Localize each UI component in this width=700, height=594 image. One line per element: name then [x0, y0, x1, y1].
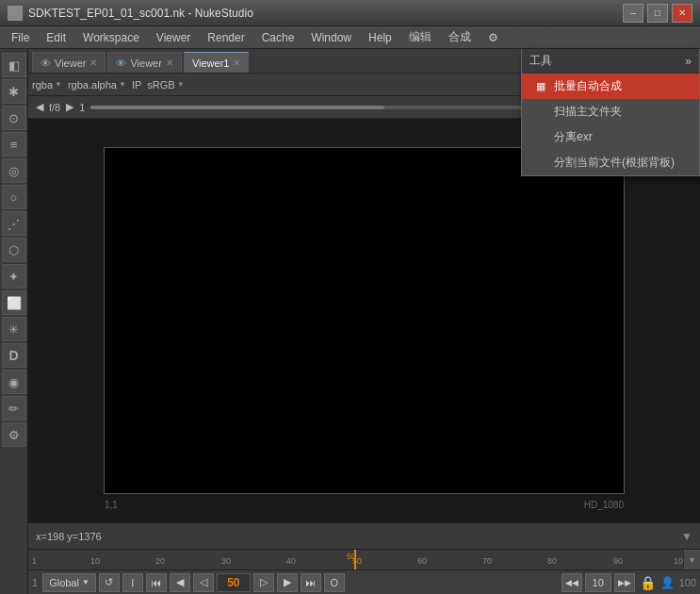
next-step-button[interactable]: ▶▶	[614, 573, 635, 592]
menu-item-settings[interactable]: ⚙	[480, 27, 506, 48]
scan-icon	[533, 105, 548, 120]
playback-controls: 1 Global ▼ ↺ I ⏮ ◀ ◁ 50 ▷ ▶ ⏭ O ◀◀ 10 ▶▶…	[28, 569, 700, 594]
menu-item-cache[interactable]: Cache	[254, 27, 302, 48]
tool-menu[interactable]: ≡	[2, 132, 26, 157]
menu-item-file[interactable]: File	[4, 27, 37, 48]
tool-transform[interactable]: ✦	[2, 264, 26, 289]
menu-item-edit[interactable]: Edit	[39, 27, 73, 48]
maximize-button[interactable]: □	[647, 4, 668, 23]
tool-globe[interactable]: ◎	[2, 158, 26, 183]
dropdown-header: 工具 »	[522, 49, 699, 74]
nav-slider[interactable]	[90, 106, 580, 109]
tool-clock[interactable]: ⊙	[2, 106, 26, 130]
tab-viewer2[interactable]: 👁 Viewer ✕	[107, 52, 181, 73]
tab-label: Viewer	[55, 58, 86, 69]
colorspace-label: sRGB	[147, 79, 174, 91]
tab-icon: 👁	[41, 58, 51, 69]
split-current-label: 分割当前文件(根据背板)	[554, 155, 675, 171]
ruler-mark-90: 90	[613, 556, 623, 566]
play-fwd-button[interactable]: ▷	[253, 573, 274, 592]
tab-viewer1[interactable]: 👁 Viewer ✕	[32, 52, 106, 73]
timeline-playhead[interactable]: 50	[354, 550, 356, 569]
status-dropdown[interactable]: ▼	[681, 530, 692, 543]
mode-selector[interactable]: Global ▼	[42, 573, 96, 592]
tab-close-btn3[interactable]: ✕	[233, 58, 240, 68]
timeline: 1 10 20 30 40 50 60 70 80 90 100 50 ▼	[28, 549, 700, 569]
tool-layers[interactable]: ⬡	[2, 238, 26, 262]
ruler-mark-80: 80	[547, 556, 557, 566]
current-frame-display[interactable]: 50	[217, 573, 251, 592]
menu-item-edit-cn[interactable]: 编辑	[401, 27, 439, 48]
menu-item-window[interactable]: Window	[303, 27, 359, 48]
ip-text: IP	[132, 79, 141, 91]
window-title: SDKTEST_EP01_01_sc001.nk - NukeStudio	[28, 7, 253, 20]
menu-item-viewer[interactable]: Viewer	[149, 27, 198, 48]
status-bar: x=198 y=1376 ▼	[28, 522, 700, 549]
tab-close-btn2[interactable]: ✕	[166, 58, 173, 68]
step-value-display[interactable]: 10	[585, 573, 611, 592]
tool-cube[interactable]: ⬜	[2, 290, 26, 315]
play-back-button[interactable]: ◁	[193, 573, 214, 592]
end-frame-label: 100	[679, 577, 696, 588]
tool-curve[interactable]: ⋰	[2, 211, 26, 236]
ruler-mark-30: 30	[221, 556, 231, 566]
ruler-mark-70: 70	[482, 556, 492, 566]
prev-step-button[interactable]: ◀◀	[562, 573, 582, 592]
menu-item-render[interactable]: Render	[200, 27, 252, 48]
minimize-button[interactable]: –	[623, 4, 643, 23]
nav-arrow-prev[interactable]: ◀	[36, 101, 43, 113]
tool-d[interactable]: D	[2, 343, 26, 368]
next-frame-button[interactable]: ▶	[277, 573, 298, 592]
ruler-mark-10: 10	[90, 556, 100, 566]
dropdown-header-arrow[interactable]: »	[685, 55, 692, 68]
dropdown-item-batch[interactable]: ▦ 批量自动合成	[522, 74, 699, 99]
i-mark-button[interactable]: I	[122, 573, 143, 592]
dropdown-item-scan[interactable]: 扫描主文件夹	[522, 99, 699, 124]
ruler-mark-1: 1	[32, 556, 37, 566]
zoom-value: 1	[79, 102, 85, 113]
ip-label: IP	[132, 79, 141, 91]
layer-selector[interactable]: rgba.alpha ▼	[68, 79, 126, 91]
nav-arrow-next[interactable]: ▶	[66, 101, 73, 113]
tool-oval[interactable]: ○	[2, 185, 26, 209]
menu-item-workspace[interactable]: Workspace	[75, 27, 147, 48]
scan-label: 扫描主文件夹	[554, 104, 622, 120]
goto-start-button[interactable]: ⏮	[146, 573, 167, 592]
user-icon[interactable]: 👤	[660, 576, 675, 589]
timeline-scrollbar[interactable]: ▼	[683, 550, 700, 569]
ruler-mark-20: 20	[155, 556, 165, 566]
tab-close-btn[interactable]: ✕	[90, 58, 97, 68]
menu-bar: File Edit Workspace Viewer Render Cache …	[0, 26, 700, 49]
dropdown-item-split-current[interactable]: 分割当前文件(根据背板)	[522, 150, 699, 175]
mode-label: Global	[49, 577, 79, 588]
ruler-mark-60: 60	[417, 556, 427, 566]
tool-star[interactable]: ✱	[2, 79, 26, 104]
tool-gear[interactable]: ⚙	[2, 422, 26, 447]
lock-icon[interactable]: 🔒	[640, 575, 656, 590]
goto-end-button[interactable]: ⏭	[301, 573, 321, 592]
ruler-mark-40: 40	[286, 556, 296, 566]
loop-button[interactable]: ↺	[99, 573, 120, 592]
tab-viewer1-main[interactable]: Viewer1 ✕	[184, 52, 250, 73]
close-button[interactable]: ✕	[672, 4, 692, 23]
left-toolbar: ◧ ✱ ⊙ ≡ ◎ ○ ⋰ ⬡ ✦ ⬜ ✳ D ◉ ✏ ⚙	[0, 49, 28, 594]
split-current-icon	[533, 156, 548, 171]
tool-select[interactable]: ◧	[2, 53, 26, 77]
frame-label-bottomright: HD_1080	[584, 500, 624, 510]
dropdown-header-label: 工具	[529, 53, 552, 69]
channel-selector[interactable]: rgba ▼	[32, 79, 62, 91]
menu-item-compose[interactable]: 合成	[441, 27, 479, 48]
app-icon	[8, 6, 23, 21]
nav-slider-track	[90, 106, 384, 109]
dropdown-item-split-exr[interactable]: 分离exr	[522, 124, 699, 150]
tool-eye[interactable]: ◉	[2, 370, 26, 394]
tool-pen[interactable]: ✏	[2, 396, 26, 421]
start-frame-label: 1	[32, 577, 38, 588]
tab-icon2: 👁	[116, 58, 126, 69]
colorspace-selector[interactable]: sRGB ▼	[147, 79, 184, 91]
layer-label: rgba.alpha	[68, 79, 117, 91]
menu-item-help[interactable]: Help	[361, 27, 399, 48]
prev-frame-button[interactable]: ◀	[170, 573, 190, 592]
tool-asterisk[interactable]: ✳	[2, 317, 26, 341]
o-mark-button[interactable]: O	[324, 573, 345, 592]
